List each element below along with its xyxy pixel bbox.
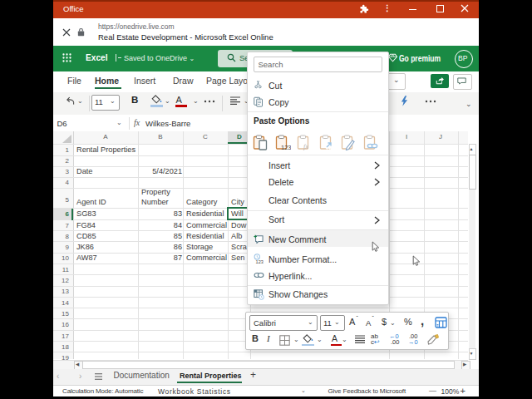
svg-text:123: 123 [256,260,264,265]
svg-text:fx: fx [303,143,308,150]
svg-text:123: 123 [281,144,291,151]
